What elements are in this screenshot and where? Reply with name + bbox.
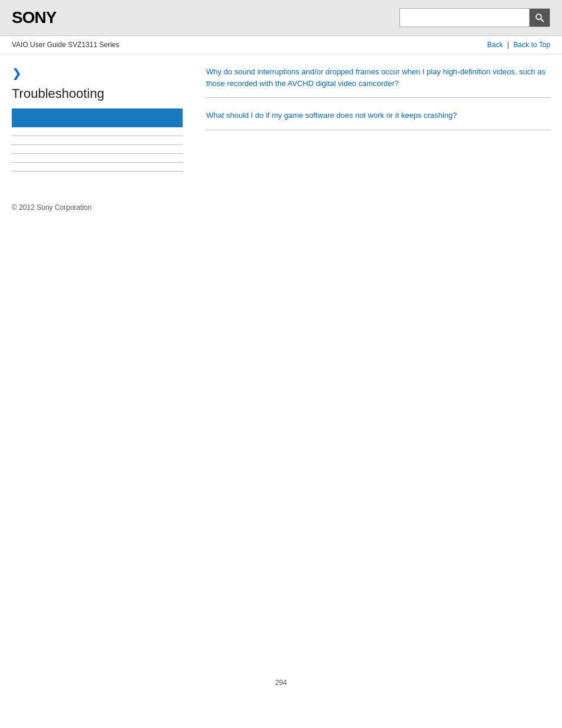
sidebar-divider-2 bbox=[12, 144, 183, 145]
sidebar-divider-4 bbox=[12, 162, 183, 163]
back-link[interactable]: Back bbox=[487, 41, 503, 49]
content-link-2[interactable]: What should I do if my game software doe… bbox=[206, 110, 550, 121]
nav-bar: VAIO User Guide SVZ1311 Series Back | Ba… bbox=[0, 36, 562, 54]
copyright-text: © 2012 Sony Corporation bbox=[12, 203, 92, 212]
page-number: 294 bbox=[0, 667, 562, 693]
search-icon bbox=[535, 13, 544, 22]
search-area bbox=[399, 8, 550, 27]
content-link-1[interactable]: Why do sound interruptions and/or droppe… bbox=[206, 66, 550, 89]
content-divider-2 bbox=[206, 130, 550, 130]
sidebar-divider-3 bbox=[12, 153, 183, 154]
sidebar: ❯ Troubleshooting bbox=[12, 66, 194, 180]
content-section-1: Why do sound interruptions and/or droppe… bbox=[206, 66, 550, 98]
content-section-2: What should I do if my game software doe… bbox=[206, 110, 550, 130]
header: SONY bbox=[0, 0, 562, 36]
search-input[interactable] bbox=[399, 8, 529, 27]
nav-separator: | bbox=[507, 41, 509, 49]
chevron-icon: ❯ bbox=[12, 66, 183, 80]
sidebar-active-item[interactable] bbox=[12, 108, 183, 127]
content-area: Why do sound interruptions and/or droppe… bbox=[194, 66, 550, 180]
back-to-top-link[interactable]: Back to Top bbox=[514, 41, 550, 49]
search-button[interactable] bbox=[529, 8, 550, 27]
sidebar-divider-5 bbox=[12, 171, 183, 172]
footer: © 2012 Sony Corporation bbox=[0, 192, 562, 218]
nav-links: Back | Back to Top bbox=[487, 41, 550, 49]
content-divider-1 bbox=[206, 97, 550, 98]
sony-logo: SONY bbox=[12, 8, 56, 27]
svg-line-1 bbox=[541, 19, 544, 22]
sidebar-title: Troubleshooting bbox=[12, 86, 183, 101]
breadcrumb: VAIO User Guide SVZ1311 Series bbox=[12, 41, 120, 49]
sidebar-divider-1 bbox=[12, 136, 183, 136]
main-content: ❯ Troubleshooting Why do sound interrupt… bbox=[0, 54, 562, 192]
